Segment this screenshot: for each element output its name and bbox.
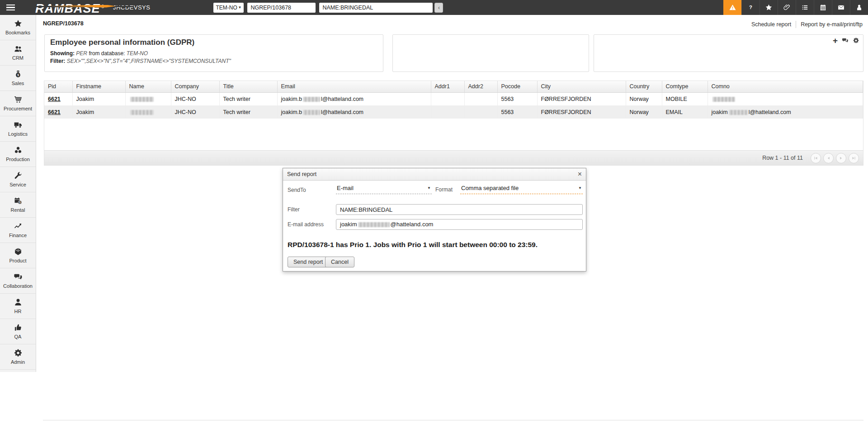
column-header-city[interactable]: City	[537, 81, 626, 92]
gear-icon[interactable]	[853, 37, 859, 44]
send-report-button[interactable]: Send report	[288, 257, 329, 267]
list-icon[interactable]	[796, 0, 814, 15]
sidebar-item-admin[interactable]: Admin	[0, 344, 36, 370]
rambase-logo[interactable]: RAMBASE®	[35, 0, 105, 16]
report-info-panel: Employee personal information (GDPR) Sho…	[44, 34, 383, 72]
report-title: Employee personal information (GDPR)	[50, 38, 377, 47]
column-header-comtype[interactable]: Comtype	[662, 81, 708, 92]
sidebar-item-production[interactable]: Production	[0, 142, 36, 167]
database-select[interactable]: TEM-NO ▼	[213, 3, 244, 13]
column-header-addr2[interactable]: Addr2	[464, 81, 497, 92]
first-page-button[interactable]	[811, 153, 821, 163]
sidebar-item-qa[interactable]: QA	[0, 319, 36, 344]
redacted-text	[303, 97, 320, 102]
report-by-email-link[interactable]: Report by e-mail/print/ftp	[801, 21, 863, 28]
svg-text:$: $	[17, 73, 19, 77]
table-row[interactable]: 6621JoakimJHC-NOTech writerjoakim.bl@hat…	[44, 92, 863, 105]
schedule-report-link[interactable]: Schedule report	[751, 21, 791, 28]
link-divider	[796, 21, 796, 28]
filter-line: Filter: SEX>"",SEX<>"N",ST="4",FIRSTNAME…	[50, 58, 377, 64]
chevron-down-icon: ▼	[238, 5, 242, 10]
sidebar-item-procurement[interactable]: Procurement	[0, 91, 36, 116]
column-header-pid[interactable]: Pid	[44, 81, 72, 92]
help-icon[interactable]: ?	[741, 0, 760, 15]
person-icon	[14, 300, 23, 308]
empty-panel-middle	[392, 34, 589, 72]
sidebar-item-rental[interactable]: $Rental	[0, 192, 36, 218]
add-icon[interactable]: +	[833, 37, 838, 44]
sidebar-item-label: Procurement	[0, 106, 36, 111]
panel-action-icons: +	[833, 37, 859, 44]
chat-icon	[14, 275, 23, 283]
sidebar-item-product[interactable]: Product	[0, 243, 36, 268]
previous-page-button[interactable]	[823, 153, 834, 163]
column-header-addr1[interactable]: Addr1	[431, 81, 464, 92]
redacted-text	[729, 110, 748, 115]
last-page-button[interactable]	[849, 153, 859, 163]
sidebar-item-crm[interactable]: CRM	[0, 40, 36, 66]
sendto-dropdown[interactable]: E-mail ▼	[336, 185, 432, 194]
alert-icon[interactable]	[723, 0, 741, 15]
chat-icon[interactable]	[842, 37, 849, 44]
column-header-title[interactable]: Title	[219, 81, 277, 92]
system-name: JHCDEVSYS	[113, 4, 151, 11]
target-input[interactable]	[247, 3, 316, 13]
column-header-country[interactable]: Country	[626, 81, 662, 92]
column-header-comno[interactable]: Comno	[708, 81, 863, 92]
star-icon[interactable]	[760, 0, 778, 15]
top-bar: RAMBASE® JHCDEVSYS TEM-NO ▼ ‹ ?	[0, 0, 868, 15]
sidebar-item-label: CRM	[0, 55, 36, 61]
close-icon[interactable]: ×	[578, 171, 582, 178]
column-header-company[interactable]: Company	[171, 81, 219, 92]
sidebar-item-logistics[interactable]: Logistics	[0, 116, 36, 142]
cancel-button[interactable]: Cancel	[325, 257, 354, 267]
column-header-email[interactable]: Email	[277, 81, 431, 92]
column-header-firstname[interactable]: Firstname	[72, 81, 125, 92]
money-icon: $	[14, 72, 23, 80]
paperclip-icon[interactable]	[778, 0, 796, 15]
column-header-pocode[interactable]: Pocode	[497, 81, 537, 92]
user-icon[interactable]	[850, 0, 868, 15]
results-table: PidFirstnameNameCompanyTitleEmailAddr1Ad…	[44, 81, 863, 119]
pagination-status: Row 1 - 11 of 11	[762, 155, 803, 161]
pid-link[interactable]: 6621	[48, 96, 61, 102]
registered-mark: ®	[101, 4, 105, 9]
redacted-text	[712, 97, 735, 102]
format-dropdown[interactable]: Comma separated file ▼	[460, 185, 583, 194]
filter-input[interactable]	[336, 204, 583, 215]
rental-icon: $	[14, 199, 23, 207]
mail-icon[interactable]	[832, 0, 850, 15]
pid-link[interactable]: 6621	[48, 109, 61, 115]
results-table-container: PidFirstnameNameCompanyTitleEmailAddr1Ad…	[44, 81, 863, 166]
search-filter-input[interactable]	[319, 3, 433, 13]
chart-icon	[14, 224, 23, 232]
sidebar-item-label: Rental	[0, 207, 36, 213]
back-button[interactable]: ‹	[434, 3, 443, 13]
star-icon	[14, 22, 23, 29]
email-address-label: E-mail address	[288, 221, 324, 228]
table-body: 6621JoakimJHC-NOTech writerjoakim.bl@hat…	[44, 92, 863, 119]
column-header-name[interactable]: Name	[125, 81, 171, 92]
sidebar-item-service[interactable]: Service	[0, 167, 36, 192]
calendar-icon[interactable]	[814, 0, 832, 15]
hamburger-menu-icon[interactable]	[0, 0, 21, 15]
filter-label: Filter	[288, 206, 300, 213]
sidebar-item-label: Production	[0, 157, 36, 162]
next-page-button[interactable]	[836, 153, 846, 163]
sidebar-item-label: Service	[0, 182, 36, 187]
redacted-text	[130, 97, 154, 102]
dialog-titlebar: Send report ×	[283, 168, 586, 181]
sidebar-item-collaboration[interactable]: Collaboration	[0, 268, 36, 294]
sidebar-item-label: Product	[0, 258, 36, 263]
showing-line: Showing: PER from database: TEM-NO	[50, 50, 377, 57]
sidebar-item-finance[interactable]: Finance	[0, 218, 36, 243]
sidebar-item-bookmarks[interactable]: Bookmarks	[0, 15, 36, 40]
sidebar-item-label: Bookmarks	[0, 30, 36, 35]
sidebar-item-sales[interactable]: $Sales	[0, 66, 36, 91]
thumbs-icon	[14, 326, 23, 333]
sidebar-item-hr[interactable]: HR	[0, 294, 36, 319]
table-row[interactable]: 6621JoakimJHC-NOTech writerjoakim.bl@hat…	[44, 105, 863, 119]
content-bottom-divider	[43, 420, 863, 420]
send-report-dialog: Send report × SendTo E-mail ▼ Format Com…	[283, 168, 586, 272]
email-address-input[interactable]: joakim@hatteland.com	[336, 219, 583, 230]
